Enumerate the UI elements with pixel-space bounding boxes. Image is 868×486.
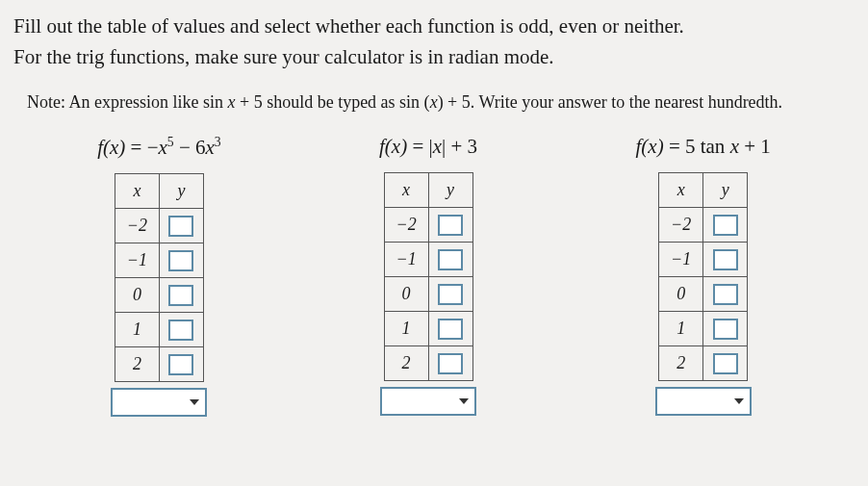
f3-x: x (730, 135, 739, 158)
f1-x1: x (159, 136, 167, 159)
y-cell (159, 243, 203, 278)
y-input[interactable] (713, 319, 738, 340)
note-text: Note: An expression like sin x + 5 shoul… (27, 90, 855, 115)
table-row: 0 (115, 278, 203, 313)
y-input[interactable] (713, 284, 738, 305)
header-x: x (384, 173, 428, 208)
y-cell (703, 208, 748, 243)
table-row: −2 (115, 209, 203, 243)
f3-tail: + 1 (739, 135, 771, 158)
table-row: 2 (115, 347, 203, 382)
header-y: y (703, 173, 748, 208)
instruction-line1: Fill out the table of values and select … (13, 14, 684, 38)
table-header-row: xy (659, 173, 748, 208)
f2-eq: = | (407, 135, 433, 158)
x-cell: −1 (659, 243, 703, 277)
table-header-row: xy (115, 174, 203, 209)
y-input[interactable] (438, 319, 463, 340)
f1-eq: = (125, 136, 146, 159)
y-input[interactable] (713, 353, 738, 374)
x-cell: −1 (115, 243, 159, 278)
table-row: 0 (384, 277, 472, 312)
instruction-line2: For the trig functions, make sure your c… (13, 45, 554, 68)
y-input[interactable] (438, 249, 463, 270)
y-cell (703, 346, 748, 381)
table-row: −2 (659, 208, 748, 243)
function-block-3: f(x) = 5 tan x + 1 xy −2 −1 0 1 2 (635, 135, 770, 417)
y-input[interactable] (713, 249, 738, 270)
y-input[interactable] (168, 354, 193, 375)
y-cell (159, 209, 203, 243)
table-row: −1 (384, 243, 472, 277)
note-prefix: Note: An expression like sin (27, 92, 227, 112)
y-input[interactable] (168, 285, 193, 306)
f1-var: x (110, 136, 118, 159)
parity-select-3[interactable] (655, 387, 752, 416)
table-row: 2 (659, 346, 748, 381)
table-header-row: xy (384, 173, 472, 208)
x-cell: −2 (115, 209, 159, 243)
parity-select-1[interactable] (111, 388, 207, 417)
f3-eq: = 5 tan (664, 135, 730, 158)
y-input[interactable] (168, 320, 193, 341)
y-cell (428, 243, 472, 277)
y-input[interactable] (438, 353, 463, 374)
table-row: 0 (659, 277, 748, 312)
chevron-down-icon (459, 398, 469, 404)
y-input[interactable] (168, 216, 193, 237)
table-row: −1 (659, 243, 748, 277)
y-cell (159, 278, 203, 313)
chevron-down-icon (190, 399, 199, 405)
y-cell (159, 313, 203, 347)
header-x: x (115, 174, 159, 209)
header-y: y (159, 174, 203, 209)
y-input[interactable] (438, 284, 463, 305)
y-cell (428, 277, 472, 312)
y-cell (703, 243, 748, 277)
f2-var: x (392, 135, 400, 158)
header-x: x (659, 173, 703, 208)
f3-lhs: f (635, 135, 641, 158)
instruction-text: Fill out the table of values and select … (13, 12, 855, 72)
f1-c: − 6 (174, 136, 206, 159)
function-expr-2: f(x) = |x| + 3 (379, 135, 477, 159)
x-cell: 0 (384, 277, 428, 312)
table-2: xy −2 −1 0 1 2 (384, 172, 473, 381)
table-row: 2 (384, 346, 472, 381)
function-block-2: f(x) = |x| + 3 xy −2 −1 0 1 2 (379, 135, 477, 417)
function-expr-1: f(x) = −x5 − 6x3 (97, 135, 221, 160)
f1-neg: − (147, 136, 159, 159)
x-cell: −2 (384, 208, 428, 243)
x-cell: 2 (115, 347, 159, 382)
x-cell: 1 (659, 312, 703, 346)
y-cell (428, 312, 472, 346)
y-cell (703, 312, 748, 346)
x-cell: 0 (115, 278, 159, 313)
x-cell: 1 (115, 313, 159, 347)
y-input[interactable] (168, 250, 193, 271)
table-row: −2 (384, 208, 472, 243)
y-cell (159, 347, 203, 382)
f1-lhs: f (97, 136, 103, 159)
f2-x: x (433, 135, 442, 158)
x-cell: −2 (659, 208, 703, 243)
f3-var: x (648, 135, 656, 158)
chevron-down-icon (734, 398, 744, 404)
y-input[interactable] (713, 215, 738, 236)
table-row: 1 (115, 313, 203, 347)
note-var2: x (430, 92, 438, 112)
table-row: −1 (115, 243, 203, 278)
parity-select-2[interactable] (380, 387, 476, 416)
y-input[interactable] (438, 215, 463, 236)
y-cell (428, 346, 472, 381)
f1-sup2: 3 (215, 135, 221, 149)
x-cell: 2 (384, 346, 428, 381)
table-1: xy −2 −1 0 1 2 (115, 173, 204, 382)
x-cell: −1 (384, 243, 428, 277)
table-row: 1 (659, 312, 748, 346)
x-cell: 0 (659, 277, 703, 312)
f2-lhs: f (379, 135, 385, 158)
table-3: xy −2 −1 0 1 2 (658, 172, 748, 381)
header-y: y (428, 173, 472, 208)
function-block-1: f(x) = −x5 − 6x3 xy −2 −1 0 1 2 (97, 135, 221, 417)
